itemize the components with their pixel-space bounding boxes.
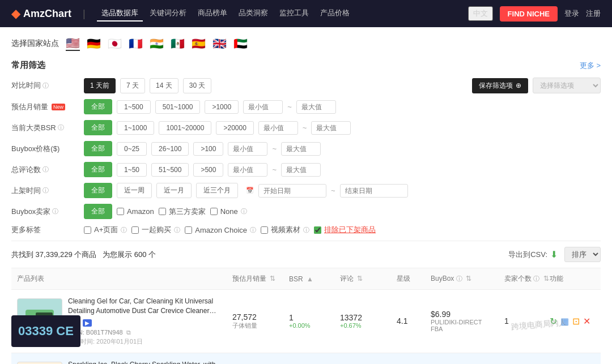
flag-ae[interactable]: 🇦🇪 — [233, 37, 248, 50]
nav-item-monitor[interactable]: 监控工具 — [275, 6, 313, 22]
flag-in[interactable]: 🇮🇳 — [150, 37, 164, 50]
bsr-1001-20000-btn[interactable]: 1001~20000 — [159, 121, 211, 135]
export-csv-button[interactable]: 导出到CSV: ⬇ — [508, 249, 558, 260]
seller-filter-row: Buybox卖家 ⓘ 全部 Amazon 第三方卖家 None ⓘ — [11, 204, 601, 219]
flag-gb[interactable]: 🇬🇧 — [212, 37, 227, 50]
login-button[interactable]: 登录 — [564, 8, 579, 19]
bsr-max-input[interactable] — [311, 121, 351, 135]
price-0-25-btn[interactable]: 0~25 — [117, 142, 147, 156]
time-7day-btn[interactable]: 7 天 — [120, 78, 145, 93]
tags-filter-row: 更多标签 A+页面 ⓘ 一起购买 ⓘ Amazon Choice ⓘ 视频素材 … — [11, 225, 601, 235]
nav-item-category[interactable]: 品类洞察 — [234, 6, 273, 22]
price-gt100-btn[interactable]: >100 — [193, 142, 223, 156]
video-checkbox[interactable]: 视频素材 ⓘ — [261, 225, 309, 235]
time-filter-label: 对比时间 ⓘ — [11, 80, 79, 91]
nav-item-price[interactable]: 产品价格 — [316, 6, 354, 22]
flag-mx[interactable]: 🇲🇽 — [171, 37, 185, 50]
reviews-1-50-btn[interactable]: 1~50 — [117, 163, 147, 177]
reviews-gt500-btn[interactable]: >500 — [193, 163, 223, 177]
amazon-seller-checkbox[interactable]: Amazon — [117, 207, 154, 216]
nav-item-selpin[interactable]: 选品数据库 — [97, 6, 143, 22]
country-section: 选择国家站点 🇺🇸 🇩🇪 🇯🇵 🇫🇷 🇮🇳 🇲🇽 🇪🇸 🇬🇧 🇦🇪 — [11, 36, 601, 51]
listing-all-btn[interactable]: 全部 — [84, 183, 112, 198]
col-header-sales[interactable]: 预估月销量 ⇅ — [232, 274, 289, 284]
sellers-sort-icon: ⇅ — [543, 275, 549, 282]
buybox-sort-icon: ⇅ — [466, 275, 471, 282]
col-header-review[interactable]: 评论 ⇅ — [340, 274, 397, 284]
bsr-gt20000-btn[interactable]: >20000 — [216, 121, 253, 135]
time-30day-btn[interactable]: 30 天 — [183, 78, 212, 93]
register-button[interactable]: 注册 — [586, 8, 601, 19]
listing-info-icon: ⓘ — [42, 186, 49, 195]
reviews-max-input[interactable] — [281, 163, 321, 177]
sort-select[interactable]: 排序 — [564, 247, 601, 262]
price-all-btn[interactable]: 全部 — [84, 141, 112, 156]
col-header-bsr[interactable]: BSR ▲ — [289, 275, 340, 283]
none-seller-checkbox[interactable]: None ⓘ — [210, 207, 247, 216]
flag-de[interactable]: 🇩🇪 — [87, 37, 101, 50]
tags-filter-label: 更多标签 — [11, 225, 79, 235]
amazon-choice-checkbox[interactable]: Amazon Choice ⓘ — [185, 226, 256, 234]
sales-501-1000-btn[interactable]: 501~1000 — [155, 100, 201, 114]
col-header-product: 产品列表 — [17, 274, 232, 284]
find-niche-button[interactable]: FIND NICHE — [500, 6, 558, 22]
seller-all-btn[interactable]: 全部 — [84, 204, 112, 219]
filter-header: 常用筛选 更多 > — [11, 60, 601, 71]
bsr-sort-icon: ▲ — [307, 275, 313, 283]
reviews-51-500-btn[interactable]: 51~500 — [151, 163, 189, 177]
bsr-min-input[interactable] — [258, 121, 298, 135]
seller-info-icon: ⓘ — [52, 207, 58, 216]
bundle-info-icon: ⓘ — [174, 226, 180, 234]
copy-asin-icon-1[interactable]: ⧉ — [126, 329, 131, 336]
header-divider: | — [83, 8, 86, 20]
exclude-checkbox[interactable]: 排除已下架商品 — [314, 225, 376, 235]
save-filter-button[interactable]: 保存筛选项 ⊕ — [472, 78, 528, 93]
price-max-input[interactable] — [281, 142, 321, 156]
filter-preset-select[interactable]: 选择筛选项 — [533, 78, 601, 93]
refresh-icon-1[interactable]: ↻ — [550, 316, 557, 327]
time-14day-btn[interactable]: 14 天 — [150, 78, 178, 93]
review-change-1: +0.67% — [340, 322, 397, 329]
flag-jp[interactable]: 🇯🇵 — [108, 37, 122, 50]
nav-item-ranking[interactable]: 商品榜单 — [193, 6, 232, 22]
sales-gt1000-btn[interactable]: >1000 — [205, 100, 239, 114]
table-row: > ICE Sparkling Ice, Black Cherry Sparkl… — [11, 353, 601, 364]
flag-fr[interactable]: 🇫🇷 — [129, 37, 143, 50]
reviews-min-input[interactable] — [228, 163, 267, 177]
sales-all-btn[interactable]: 全部 — [84, 99, 112, 114]
flag-es[interactable]: 🇪🇸 — [192, 37, 206, 50]
bundle-checkbox[interactable]: 一起购买 ⓘ — [131, 225, 180, 235]
price-min-input[interactable] — [228, 142, 267, 156]
listing-3months-btn[interactable]: 近三个月 — [196, 183, 238, 198]
buybox-seller-1: PULIDIKI-DIRECT — [431, 319, 504, 326]
nav-item-keywords[interactable]: 关键词分析 — [145, 6, 191, 22]
sales-number-1: 27,572 — [232, 312, 289, 322]
bsr-1-1000-btn[interactable]: 1~1000 — [117, 121, 154, 135]
reviews-all-btn[interactable]: 全部 — [84, 162, 112, 177]
sales-min-input[interactable] — [243, 100, 283, 114]
filter-actions: 保存筛选项 ⊕ 选择筛选项 — [472, 78, 601, 93]
third-party-seller-checkbox[interactable]: 第三方卖家 — [159, 207, 206, 217]
listing-month-btn[interactable]: 近一月 — [156, 183, 192, 198]
bsr-all-btn[interactable]: 全部 — [84, 120, 112, 135]
sales-max-input[interactable] — [296, 100, 336, 114]
sales-1-500-btn[interactable]: 1~500 — [117, 100, 151, 114]
aplus-checkbox[interactable]: A+页面 ⓘ — [84, 225, 127, 235]
col-header-sellers[interactable]: 卖家个数 ⓘ ⇅ — [504, 274, 550, 284]
close-icon-1[interactable]: ✕ — [583, 316, 590, 327]
listing-end-input[interactable] — [340, 184, 408, 198]
listing-date-sep: ~ — [331, 186, 335, 195]
listing-start-input[interactable] — [258, 184, 326, 198]
star-cell-1: 4.1 — [397, 316, 431, 326]
bookmark-icon-1[interactable]: ⊡ — [572, 316, 580, 327]
col-header-buybox[interactable]: BuyBox ⓘ ⇅ — [431, 275, 504, 283]
aplus-info-icon: ⓘ — [121, 226, 127, 234]
product-date-1: 上架时间: 2020年01月01日 — [68, 337, 221, 346]
time-1day-btn[interactable]: 1 天前 — [84, 78, 116, 93]
more-filters-link[interactable]: 更多 > — [580, 61, 601, 71]
listing-week-btn[interactable]: 近一周 — [117, 183, 152, 198]
flag-us[interactable]: 🇺🇸 — [66, 36, 80, 51]
lang-button[interactable]: 中文 — [468, 6, 493, 21]
price-26-100-btn[interactable]: 26~100 — [151, 142, 189, 156]
chart-icon-1[interactable]: ▦ — [560, 316, 569, 327]
